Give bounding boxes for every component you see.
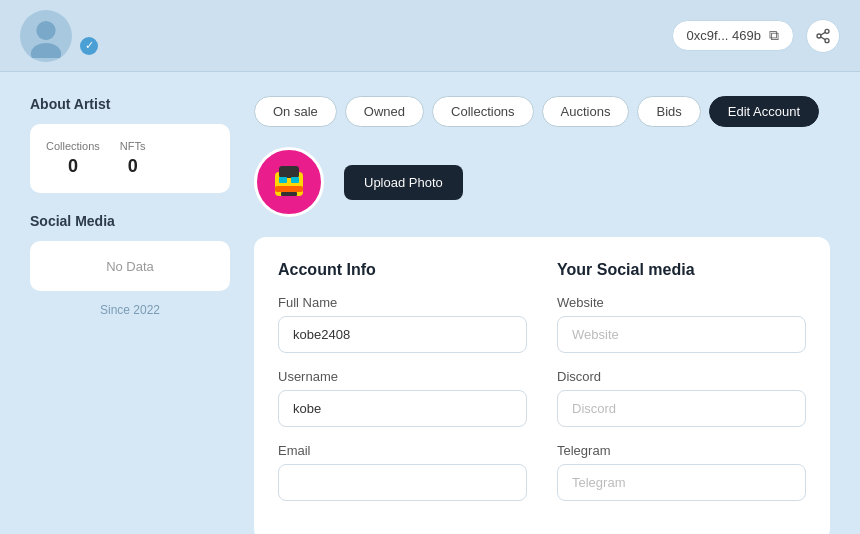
wallet-address: 0xc9f... 469b ⧉ — [672, 20, 794, 51]
social-media-title: Social Media — [30, 213, 230, 229]
full-name-label: Full Name — [278, 295, 527, 310]
account-info-title: Account Info — [278, 261, 527, 279]
svg-rect-11 — [291, 177, 299, 183]
nfts-label: NFTs — [120, 140, 146, 152]
discord-label: Discord — [557, 369, 806, 384]
header-left: ✓ — [20, 10, 98, 62]
email-label: Email — [278, 443, 527, 458]
svg-point-1 — [31, 42, 61, 57]
svg-rect-9 — [279, 166, 299, 178]
tabs-row: On sale Owned Collections Auctions Bids … — [254, 96, 830, 127]
social-media-section: Your Social media Website Discord Telegr… — [557, 261, 806, 517]
svg-rect-10 — [279, 177, 287, 183]
stats-card: Collections 0 NFTs 0 — [30, 124, 230, 193]
about-artist-title: About Artist — [30, 96, 230, 112]
avatar — [20, 10, 72, 62]
since-text: Since 2022 — [30, 303, 230, 317]
social-card: No Data — [30, 241, 230, 291]
collections-value: 0 — [68, 156, 78, 177]
header: ✓ 0xc9f... 469b ⧉ — [0, 0, 860, 72]
discord-input[interactable] — [557, 390, 806, 427]
account-info-section: Account Info Full Name Username Email — [278, 261, 527, 517]
username-label: Username — [278, 369, 527, 384]
verified-badge-icon: ✓ — [80, 37, 98, 55]
full-name-input[interactable] — [278, 316, 527, 353]
telegram-label: Telegram — [557, 443, 806, 458]
telegram-input[interactable] — [557, 464, 806, 501]
tab-collections[interactable]: Collections — [432, 96, 534, 127]
collections-label: Collections — [46, 140, 100, 152]
tab-owned[interactable]: Owned — [345, 96, 424, 127]
svg-rect-13 — [281, 192, 297, 196]
website-group: Website — [557, 295, 806, 353]
discord-group: Discord — [557, 369, 806, 427]
email-group: Email — [278, 443, 527, 501]
tab-bids[interactable]: Bids — [637, 96, 700, 127]
nfts-value: 0 — [128, 156, 138, 177]
sidebar: About Artist Collections 0 NFTs 0 Social… — [30, 96, 230, 534]
share-button[interactable] — [806, 19, 840, 53]
main-content: About Artist Collections 0 NFTs 0 Social… — [0, 72, 860, 534]
username-input[interactable] — [278, 390, 527, 427]
header-right: 0xc9f... 469b ⧉ — [672, 19, 840, 53]
profile-avatar — [254, 147, 324, 217]
collections-stat: Collections 0 — [46, 140, 100, 177]
social-media-form-title: Your Social media — [557, 261, 806, 279]
website-label: Website — [557, 295, 806, 310]
form-container: Account Info Full Name Username Email Yo… — [254, 237, 830, 534]
nfts-stat: NFTs 0 — [120, 140, 146, 177]
tab-on-sale[interactable]: On sale — [254, 96, 337, 127]
content-area: On sale Owned Collections Auctions Bids … — [254, 96, 830, 534]
svg-line-5 — [821, 37, 826, 40]
photo-row: Upload Photo — [254, 147, 830, 217]
full-name-group: Full Name — [278, 295, 527, 353]
email-input[interactable] — [278, 464, 527, 501]
wallet-address-text: 0xc9f... 469b — [687, 28, 761, 43]
tab-edit-account[interactable]: Edit Account — [709, 96, 819, 127]
username-group: Username — [278, 369, 527, 427]
svg-rect-12 — [275, 186, 303, 192]
svg-point-0 — [36, 20, 55, 39]
upload-photo-button[interactable]: Upload Photo — [344, 165, 463, 200]
tab-auctions[interactable]: Auctions — [542, 96, 630, 127]
website-input[interactable] — [557, 316, 806, 353]
no-data-text: No Data — [106, 259, 154, 274]
telegram-group: Telegram — [557, 443, 806, 501]
copy-icon[interactable]: ⧉ — [769, 27, 779, 44]
svg-line-6 — [821, 32, 826, 35]
